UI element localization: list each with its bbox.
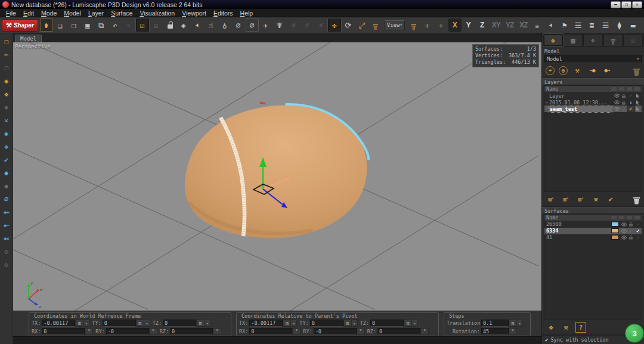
add-pivot-icon[interactable]: ◈ [1, 75, 13, 87]
validate-selection-icon[interactable]: ☑ [136, 18, 149, 32]
translate-tool-icon[interactable]: ✜ [328, 18, 341, 32]
lock-column-header[interactable] [626, 215, 633, 220]
new-file-icon[interactable]: ❏ [54, 18, 67, 32]
chevron-down-icon[interactable]: ▾ [412, 320, 418, 327]
unit-dropdown[interactable]: m [136, 320, 144, 327]
lock-icon[interactable] [627, 235, 634, 240]
add-layer-icon[interactable]: ▤⁺ [546, 194, 556, 204]
tag-icon[interactable]: ⧫ [613, 18, 626, 32]
name-column-header[interactable]: Name [544, 86, 611, 92]
visibility-eye-icon[interactable] [613, 107, 620, 111]
menu-item[interactable]: File [2, 10, 20, 17]
cursor-select-icon[interactable] [634, 94, 642, 98]
check-column-header[interactable] [634, 215, 640, 220]
chevron-down-icon[interactable]: ▾ [352, 320, 358, 327]
axis-z-button[interactable]: Z [476, 18, 489, 32]
3d-scene[interactable]: y x z [13, 42, 541, 311]
tab-model[interactable]: ❖ [543, 34, 563, 46]
help-pivot-icon[interactable]: ? [575, 322, 586, 333]
edit-pivot-icon[interactable]: ❖ [1, 88, 13, 100]
material-bucket-icon[interactable]: ⚱ [40, 18, 53, 32]
cursor-column-header[interactable] [634, 86, 640, 91]
export-model-icon[interactable]: ●→ [602, 65, 612, 76]
zoom-icon[interactable]: ⌀ [232, 18, 245, 32]
coordinate-input[interactable]: 0 [249, 328, 292, 335]
surface-row[interactable]: 26500 ✓ [544, 221, 642, 228]
hierarchy-tool-icon[interactable]: ╦ [369, 18, 382, 32]
step-input[interactable]: 0.1 [481, 320, 509, 327]
eye-column-header[interactable] [611, 86, 617, 91]
menu-item[interactable]: Surface [107, 10, 136, 17]
rotate-tool-icon[interactable]: ⟳ [342, 18, 355, 32]
coordinate-input[interactable]: -0 [106, 328, 149, 335]
chevron-down-icon[interactable]: ▾ [205, 320, 210, 327]
save-icon[interactable]: ▣ [81, 18, 94, 32]
lock-icon[interactable] [627, 228, 634, 233]
surface-filter-icon[interactable]: ≣ [586, 18, 599, 32]
menu-item[interactable]: Mode [38, 10, 60, 17]
layers-empty-area[interactable] [544, 112, 642, 191]
menu-item[interactable]: Layer [85, 10, 107, 17]
layer-validate-icon[interactable]: ✔ [605, 194, 616, 204]
layer-visibility-icon[interactable]: ☰ [572, 18, 585, 32]
chevron-down-icon[interactable]: ▾ [517, 320, 523, 327]
step-input[interactable]: 45 [481, 328, 509, 335]
cursor-select-icon[interactable] [634, 100, 642, 105]
paste-icon[interactable]: ❐ [1, 62, 13, 74]
undo-icon[interactable]: ↶ [109, 18, 122, 32]
shaper-button[interactable]: ⚒ Shaper [2, 19, 38, 32]
name-column-header[interactable]: Name [544, 215, 611, 221]
layer-action-icon[interactable]: ↓ [627, 100, 634, 105]
coordinate-input[interactable]: 0 [170, 328, 213, 335]
axis-y-button[interactable]: Y [462, 18, 475, 32]
paste-pose-icon[interactable]: ❐ [1, 36, 13, 48]
viewport-3d[interactable]: y x z Perspective Surfaces: 1/3 [13, 42, 541, 311]
paint-pivot-icon[interactable]: ⚒ [561, 322, 571, 333]
unit-dropdown[interactable]: m [75, 320, 83, 327]
coordinate-input[interactable]: 0 [370, 320, 404, 327]
cut-icon[interactable]: ✂ [1, 49, 13, 61]
surface-color-swatch[interactable] [611, 235, 619, 240]
layers-table-header[interactable]: Name [544, 86, 642, 92]
unit-dropdown[interactable]: m [196, 320, 205, 327]
unit-dropdown[interactable]: m [404, 320, 412, 327]
visibility-eye-icon[interactable] [620, 235, 627, 240]
layer-row[interactable]: − 2015.01.06 12:38... ↓ [544, 99, 642, 106]
maximize-button[interactable]: ❐ [621, 1, 631, 8]
save-as-icon[interactable]: ⧉ [95, 18, 108, 32]
surface-check-icon[interactable]: ✓ [634, 235, 642, 240]
model-dropdown[interactable]: Model ▾ [544, 55, 642, 63]
move-in-hierarchy-icon[interactable]: ╦ [407, 18, 420, 32]
chevron-down-icon[interactable]: ▾ [291, 320, 297, 327]
tab-pivot[interactable]: ⌖ [583, 34, 603, 46]
titlebar[interactable]: New database (*26) - Lumiscaphe P3D Desi… [0, 0, 644, 9]
create-pivot-icon[interactable]: ❖ [546, 322, 556, 333]
layer-action-icon[interactable]: ✓ [627, 93, 634, 98]
inspect-material-icon[interactable]: ⌀ [1, 193, 13, 205]
visibility-eye-icon[interactable] [613, 94, 620, 98]
menu-item[interactable]: Help [237, 10, 257, 17]
list-properties-icon[interactable]: ☰ [599, 18, 612, 32]
remove-surface-icon[interactable]: ◈− [1, 219, 13, 231]
coordinate-input[interactable]: -0.00117 [42, 320, 75, 327]
layer-paint-icon[interactable]: ⚒ [590, 194, 601, 204]
action-column-header[interactable] [626, 86, 633, 91]
menu-item[interactable]: Editors [210, 10, 237, 17]
light-contrast-icon[interactable]: ◑ [640, 18, 644, 32]
render-teapot-icon[interactable]: ☕ [531, 18, 544, 32]
unit-dropdown[interactable]: m [343, 320, 352, 327]
unit-dropdown[interactable]: m [509, 320, 517, 327]
unit-dropdown[interactable]: ° [509, 328, 517, 335]
duplicate-model-icon[interactable]: ⊕ [559, 66, 568, 75]
delete-target-icon[interactable]: ✕ [1, 114, 13, 126]
chevron-down-icon[interactable]: ▾ [144, 320, 150, 327]
camera-lock-b-icon[interactable]: ☞ [312, 16, 330, 34]
check-target-icon[interactable]: ✔ [1, 154, 13, 166]
fly-mode-icon[interactable]: ✈ [259, 18, 273, 32]
layer-name[interactable]: 2015.01.06 12:38... [549, 100, 613, 106]
close-button[interactable]: ✕ [632, 1, 642, 8]
small-target-grey-icon[interactable]: ◆ [1, 180, 13, 192]
lock-icon[interactable] [620, 107, 627, 111]
delete-layer-icon[interactable] [630, 194, 640, 204]
add-surface-icon[interactable]: ◈+ [1, 206, 13, 218]
